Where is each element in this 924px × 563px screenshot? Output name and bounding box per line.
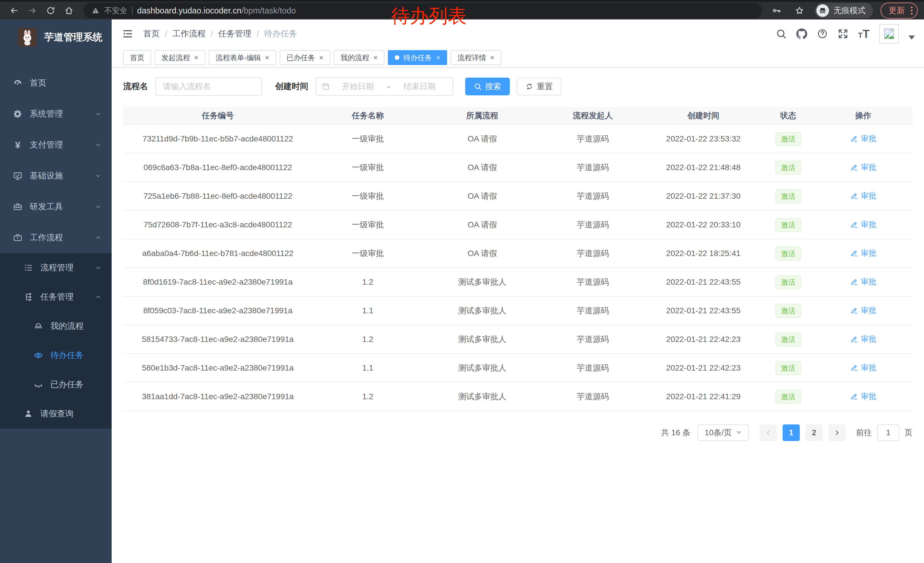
tab[interactable]: 我的流程× — [334, 50, 384, 65]
help-icon[interactable] — [817, 29, 828, 39]
tab-label: 已办任务 — [286, 53, 315, 62]
starter-cell: 芋道源码 — [542, 325, 644, 354]
create-time-cell: 2022-01-22 20:33:10 — [644, 210, 762, 239]
status-badge: 激活 — [776, 161, 801, 175]
tab-close-icon[interactable]: × — [373, 54, 378, 61]
github-icon[interactable] — [796, 29, 807, 39]
sidebar-item-workflow[interactable]: 工作流程 — [0, 222, 112, 253]
url-text[interactable]: dashboard.yudao.iocoder.cn/bpm/task/todo — [137, 6, 296, 15]
approve-link[interactable]: 审批 — [850, 134, 876, 144]
action-cell: 审批 — [814, 153, 912, 182]
sidebar-item-task-mgmt[interactable]: 任务管理 — [0, 282, 112, 312]
prev-page-button[interactable] — [760, 424, 777, 441]
breadcrumb-home[interactable]: 首页 — [143, 28, 160, 39]
avatar[interactable] — [879, 24, 899, 44]
approve-link[interactable]: 审批 — [850, 277, 876, 287]
sidebar-item-home[interactable]: 首页 — [0, 68, 112, 99]
sidebar-item-done-task[interactable]: 已办任务 — [0, 370, 112, 399]
avatar-caret-icon[interactable] — [909, 36, 915, 39]
next-page-button[interactable] — [828, 424, 846, 441]
tab-label: 待办任务 — [404, 53, 432, 62]
end-date-placeholder[interactable]: 结束日期 — [392, 81, 447, 92]
approve-link[interactable]: 审批 — [850, 219, 876, 230]
not-secure-label[interactable]: 不安全 — [104, 6, 128, 16]
browser-forward-icon[interactable] — [25, 3, 40, 18]
start-date-placeholder[interactable]: 开始日期 — [330, 81, 386, 92]
breadcrumb-workflow[interactable]: 工作流程 — [172, 28, 206, 39]
approve-link[interactable]: 审批 — [850, 162, 876, 173]
col-task-id: 任务编号 — [123, 107, 313, 125]
search-icon[interactable] — [776, 29, 787, 39]
tab[interactable]: 流程详情× — [450, 50, 501, 65]
status-cell: 激活 — [762, 210, 814, 239]
tab[interactable]: 已办任务× — [280, 50, 330, 65]
page-button[interactable]: 2 — [806, 424, 823, 441]
sidebar-item-system[interactable]: 系统管理 — [0, 99, 112, 129]
tab[interactable]: 发起流程× — [154, 50, 205, 65]
tab[interactable]: 流程表单-编辑× — [208, 50, 276, 65]
starter-cell: 芋道源码 — [542, 354, 644, 382]
chevron-down-icon — [94, 203, 102, 210]
sidebar-item-process-mgmt[interactable]: 流程管理 — [0, 253, 112, 282]
task-name-cell: 一级审批 — [313, 210, 423, 239]
sidebar-item-payment[interactable]: ¥ 支付管理 — [0, 129, 112, 161]
sidebar-item-my-process[interactable]: 我的流程 — [0, 312, 112, 341]
action-cell: 审批 — [814, 125, 912, 153]
sidebar-item-label: 待办任务 — [50, 350, 84, 361]
tab-close-icon[interactable]: × — [194, 54, 198, 61]
tab[interactable]: 首页 — [123, 50, 151, 65]
date-range-picker[interactable]: 开始日期 - 结束日期 — [316, 77, 453, 96]
bookmark-star-icon[interactable] — [792, 3, 807, 18]
tab[interactable]: 待办任务× — [388, 50, 447, 65]
search-button[interactable]: 搜索 — [465, 78, 510, 95]
yen-icon: ¥ — [12, 140, 24, 150]
chevron-up-icon — [94, 234, 102, 242]
font-size-icon[interactable]: TT — [858, 27, 870, 41]
process-name-label: 流程名 — [123, 81, 148, 92]
next-arrow-icon — [833, 429, 841, 437]
fullscreen-icon[interactable] — [837, 29, 848, 39]
not-secure-warning-icon[interactable] — [92, 7, 100, 15]
tab-close-icon[interactable]: × — [265, 54, 269, 61]
create-time-cell: 2022-01-22 21:37:30 — [644, 182, 762, 210]
sidebar-item-label: 流程管理 — [40, 262, 74, 273]
tab-close-icon[interactable]: × — [319, 54, 324, 61]
tab-close-icon[interactable]: × — [436, 54, 440, 61]
app-logo-row[interactable]: 芋道管理系统 — [0, 20, 112, 55]
browser-home-icon[interactable] — [61, 3, 77, 18]
goto-page-input[interactable] — [877, 424, 899, 441]
password-key-icon[interactable] — [769, 3, 784, 18]
process-name-input[interactable] — [155, 77, 262, 96]
task-id-cell: 73211d9d-7b9b-11ec-b5b7-acde48001122 — [123, 125, 313, 153]
sidebar-item-label: 已办任务 — [50, 379, 84, 390]
sidebar-collapse-icon[interactable] — [122, 28, 134, 39]
sidebar-item-infrastructure[interactable]: 基础设施 — [0, 161, 112, 191]
action-cell: 审批 — [814, 354, 912, 382]
browser-toolbar-right: 无痕模式 更新 — [769, 3, 918, 19]
task-id-cell: 580e1b3d-7ac8-11ec-a9e2-a2380e71991a — [123, 354, 313, 382]
sidebar-item-todo-task[interactable]: 待办任务 — [0, 341, 112, 370]
eye-closed-icon — [32, 380, 45, 389]
page-button[interactable]: 1 — [783, 424, 800, 441]
tab-close-icon[interactable]: × — [490, 54, 494, 61]
approve-link[interactable]: 审批 — [850, 334, 876, 344]
create-time-cell: 2022-01-22 21:48:48 — [644, 153, 762, 182]
sidebar-item-devtools[interactable]: 研发工具 — [0, 191, 112, 222]
edit-pen-icon — [850, 163, 858, 171]
sidebar-item-leave-query[interactable]: 请假查询 — [0, 399, 112, 428]
reset-button[interactable]: 重置 — [517, 78, 561, 95]
breadcrumb-task-mgmt[interactable]: 任务管理 — [218, 28, 251, 39]
approve-link[interactable]: 审批 — [850, 191, 876, 201]
create-time-cell: 2022-01-21 22:42:23 — [644, 354, 762, 382]
browser-menu-icon[interactable] — [911, 7, 912, 15]
approve-link[interactable]: 审批 — [850, 391, 876, 401]
approve-link[interactable]: 审批 — [850, 363, 876, 373]
browser-reload-icon[interactable] — [43, 3, 58, 18]
page-size-select[interactable]: 10条/页 — [697, 424, 749, 441]
browser-update-button[interactable]: 更新 — [880, 3, 918, 19]
approve-link[interactable]: 审批 — [850, 305, 876, 315]
browser-back-icon[interactable] — [6, 3, 22, 18]
process-cell: 测试多审批人 — [423, 382, 542, 411]
approve-link[interactable]: 审批 — [850, 248, 876, 258]
task-id-cell: 8f0d1619-7ac8-11ec-a9e2-a2380e71991a — [123, 268, 313, 296]
